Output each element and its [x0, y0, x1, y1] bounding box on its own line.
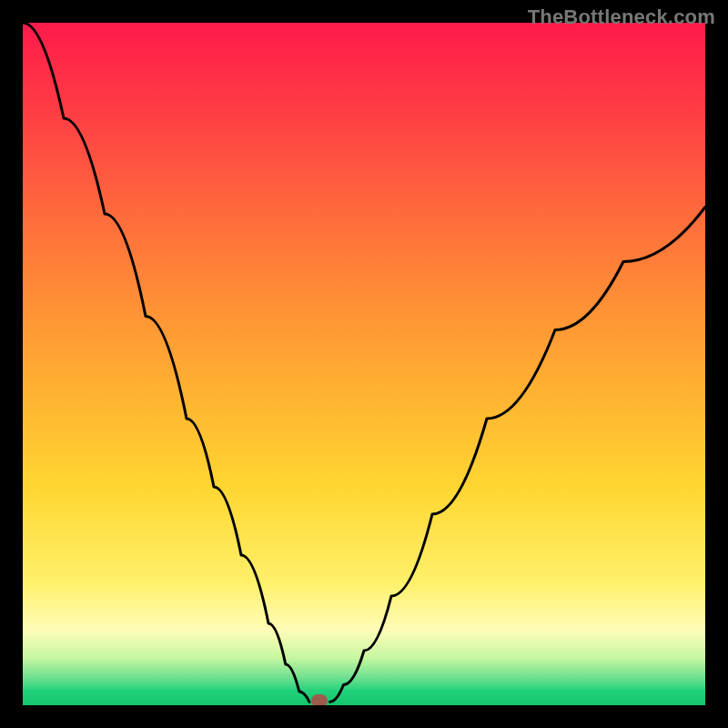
- valley-marker: [311, 694, 328, 705]
- plot-area: [23, 23, 705, 705]
- bottleneck-curve: [23, 23, 705, 705]
- chart-frame: TheBottleneck.com: [0, 0, 728, 728]
- watermark-text: TheBottleneck.com: [528, 5, 715, 29]
- curve-right-branch: [330, 207, 706, 703]
- curve-left-branch: [23, 23, 309, 702]
